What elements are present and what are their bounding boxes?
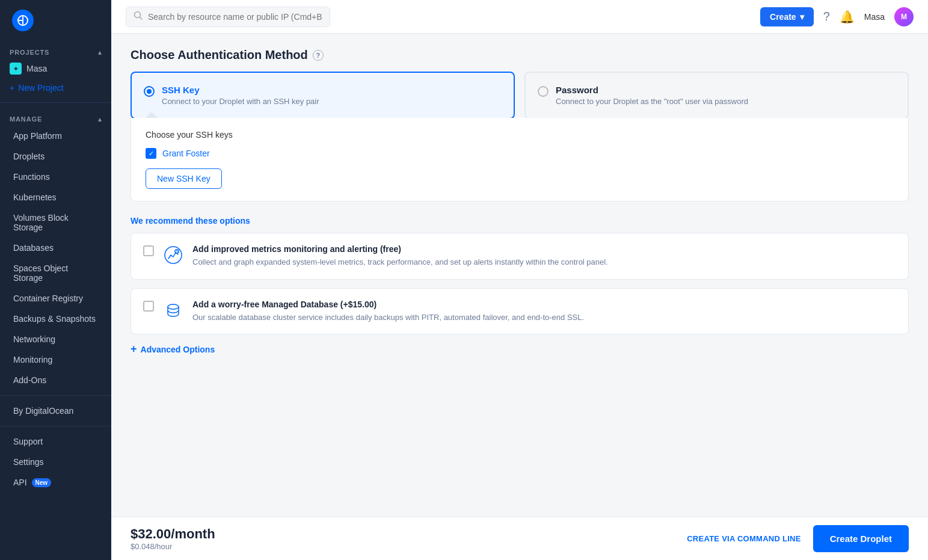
ssh-key-radio-fill — [147, 89, 152, 94]
sidebar-item-api[interactable]: API New — [4, 473, 108, 492]
sidebar-logo — [0, 0, 111, 41]
topbar-right: Create ▾ ? 🔔 Masa M — [760, 7, 914, 26]
sidebar-item-app-platform[interactable]: App Platform — [4, 126, 108, 146]
create-chevron-icon: ▾ — [800, 12, 804, 22]
password-content: Password Connect to your Droplet as the … — [556, 85, 748, 106]
sidebar-item-kubernetes[interactable]: Kubernetes — [4, 188, 108, 207]
projects-section: PROJECTS ▴ — [0, 41, 111, 59]
ssh-key-checkbox[interactable]: ✓ — [146, 148, 156, 159]
sidebar-item-functions[interactable]: Functions — [4, 167, 108, 186]
ssh-key-content: SSH Key Connect to your Droplet with an … — [162, 85, 319, 106]
metrics-icon — [162, 244, 184, 266]
spaces-label: Spaces Object Storage — [13, 263, 98, 283]
new-ssh-key-button[interactable]: New SSH Key — [146, 168, 222, 189]
networking-label: Networking — [13, 334, 55, 344]
sidebar-item-settings[interactable]: Settings — [4, 452, 108, 472]
database-option-card: Add a worry-free Managed Database (+$15.… — [131, 288, 909, 335]
manage-chevron-icon: ▴ — [98, 115, 102, 123]
notification-icon[interactable]: 🔔 — [840, 10, 855, 24]
user-name: Masa — [864, 12, 885, 22]
avatar[interactable]: M — [894, 7, 914, 26]
sidebar-item-support[interactable]: Support — [4, 432, 108, 451]
projects-label: PROJECTS — [10, 49, 49, 56]
app-platform-label: App Platform — [13, 131, 62, 141]
password-title: Password — [556, 85, 748, 95]
support-label: Support — [13, 437, 43, 446]
recommend-title: We recommend these options — [131, 216, 909, 226]
help-icon[interactable]: ? — [823, 10, 830, 23]
sidebar-item-masa[interactable]: ✦ Masa — [0, 59, 111, 78]
sidebar-item-container-registry[interactable]: Container Registry — [4, 289, 108, 308]
settings-label: Settings — [13, 457, 44, 467]
database-content: Add a worry-free Managed Database (+$15.… — [192, 300, 584, 324]
volumes-label: Volumes Block Storage — [13, 213, 98, 232]
droplets-label: Droplets — [13, 152, 45, 161]
new-project-button[interactable]: + New Project — [0, 78, 111, 97]
svg-point-4 — [168, 304, 179, 309]
advanced-plus-icon: + — [131, 343, 137, 355]
content-area: Choose Authentication Method ? SSH Key C… — [111, 34, 928, 517]
kubernetes-label: Kubernetes — [13, 192, 57, 202]
footer-bar: $32.00/month $0.048/hour CREATE VIA COMM… — [111, 517, 928, 560]
database-icon — [162, 300, 184, 321]
sidebar: PROJECTS ▴ ✦ Masa + New Project MANAGE ▴… — [0, 0, 111, 560]
logo-icon — [12, 10, 34, 31]
functions-label: Functions — [13, 172, 50, 182]
create-button[interactable]: Create ▾ — [760, 7, 814, 26]
avatar-initials: M — [901, 13, 907, 21]
sidebar-item-spaces[interactable]: Spaces Object Storage — [4, 259, 108, 288]
check-icon: ✓ — [149, 150, 154, 158]
ssh-key-title: SSH Key — [162, 85, 319, 95]
advanced-options-toggle[interactable]: + Advanced Options — [131, 343, 909, 355]
sidebar-item-databases[interactable]: Databases — [4, 238, 108, 257]
search-input[interactable] — [148, 12, 322, 22]
auth-cards: SSH Key Connect to your Droplet with an … — [131, 72, 909, 119]
database-checkbox[interactable] — [143, 301, 154, 312]
addons-label: Add-Ons — [13, 375, 46, 385]
sidebar-item-monitoring[interactable]: Monitoring — [4, 350, 108, 369]
password-card[interactable]: Password Connect to your Droplet as the … — [524, 72, 909, 119]
search-bar[interactable] — [126, 7, 330, 27]
sidebar-item-addons[interactable]: Add-Ons — [4, 371, 108, 390]
advanced-options-label: Advanced Options — [141, 345, 215, 354]
database-title: Add a worry-free Managed Database (+$15.… — [192, 300, 584, 309]
sidebar-item-volumes[interactable]: Volumes Block Storage — [4, 208, 108, 237]
create-label: Create — [770, 12, 796, 22]
ssh-key-name: Grant Foster — [162, 149, 210, 158]
metrics-checkbox[interactable] — [143, 245, 154, 256]
auth-section-title: Choose Authentication Method ? — [131, 48, 909, 62]
metrics-desc: Collect and graph expanded system-level … — [192, 256, 608, 268]
databases-label: Databases — [13, 243, 54, 253]
metrics-content: Add improved metrics monitoring and aler… — [192, 244, 608, 268]
plus-icon: + — [10, 83, 14, 93]
ssh-key-radio[interactable] — [144, 86, 155, 97]
main-panel: Create ▾ ? 🔔 Masa M Choose Authenticatio… — [111, 0, 928, 560]
sidebar-item-backups[interactable]: Backups & Snapshots — [4, 309, 108, 328]
price-hourly: $0.048/hour — [131, 542, 215, 551]
by-do-label: By DigitalOcean — [13, 406, 73, 416]
metrics-title: Add improved metrics monitoring and aler… — [192, 244, 608, 254]
ssh-key-card[interactable]: SSH Key Connect to your Droplet with an … — [131, 72, 515, 119]
container-registry-label: Container Registry — [13, 294, 83, 303]
auth-title-text: Choose Authentication Method — [131, 48, 308, 62]
create-via-cli-button[interactable]: CREATE VIA COMMAND LINE — [687, 534, 800, 543]
svg-point-2 — [165, 247, 182, 263]
metrics-option-card: Add improved metrics monitoring and aler… — [131, 233, 909, 280]
project-icon: ✦ — [10, 63, 22, 75]
backups-label: Backups & Snapshots — [13, 314, 96, 324]
search-icon — [134, 11, 143, 23]
topbar: Create ▾ ? 🔔 Masa M — [111, 0, 928, 34]
auth-help-icon[interactable]: ? — [313, 50, 324, 61]
monitoring-label: Monitoring — [13, 355, 52, 365]
password-radio[interactable] — [538, 86, 549, 97]
create-droplet-button[interactable]: Create Droplet — [813, 525, 909, 552]
ssh-key-item: ✓ Grant Foster — [146, 148, 894, 159]
manage-section: MANAGE ▴ — [0, 108, 111, 126]
ssh-panel-title: Choose your SSH keys — [146, 130, 894, 140]
ssh-panel-triangle — [146, 112, 158, 118]
ssh-key-desc: Connect to your Droplet with an SSH key … — [162, 97, 319, 106]
sidebar-item-droplets[interactable]: Droplets — [4, 147, 108, 166]
database-desc: Our scalable database cluster service in… — [192, 312, 584, 324]
sidebar-item-networking[interactable]: Networking — [4, 330, 108, 349]
sidebar-item-by-do: By DigitalOcean — [4, 401, 108, 420]
